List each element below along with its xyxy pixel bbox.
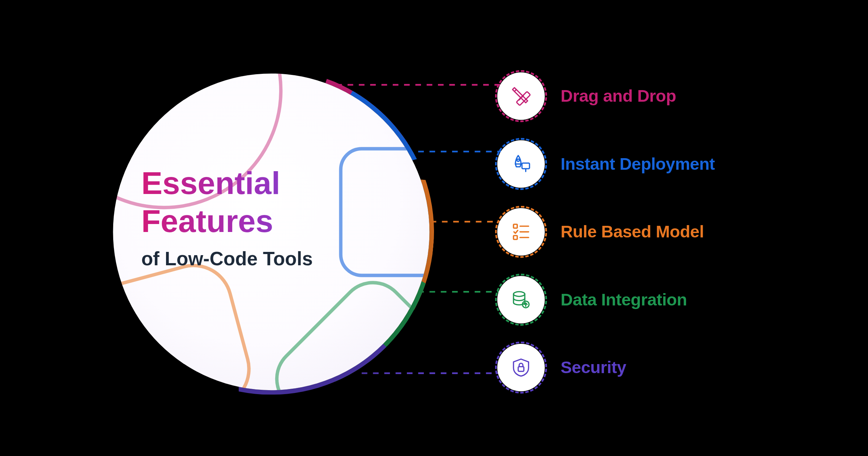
main-title-line1: Essential xyxy=(141,164,407,202)
feature-label: Data Integration xyxy=(561,290,687,309)
svg-point-3 xyxy=(517,159,520,161)
checklist-icon xyxy=(497,208,545,256)
svg-line-1 xyxy=(519,98,520,100)
svg-line-2 xyxy=(522,96,523,97)
feature-label: Security xyxy=(561,358,626,377)
feature-security: Security xyxy=(497,334,837,402)
feature-label: Instant Deployment xyxy=(561,155,715,174)
svg-rect-7 xyxy=(514,236,517,239)
svg-rect-6 xyxy=(514,224,517,228)
rocket-icon xyxy=(497,140,545,188)
svg-rect-0 xyxy=(516,92,531,106)
feature-instant-deployment: Instant Deployment xyxy=(497,130,837,198)
feature-list: Drag and Drop Instant Deployment xyxy=(497,62,837,402)
svg-rect-4 xyxy=(522,163,529,169)
feature-label: Rule Based Model xyxy=(561,222,704,241)
svg-rect-13 xyxy=(518,367,524,371)
ruler-pencil-icon xyxy=(497,72,545,120)
feature-label: Drag and Drop xyxy=(561,86,676,106)
feature-data-integration: Data Integration xyxy=(497,266,837,334)
main-title-block: Essential Features of Low-Code Tools xyxy=(141,164,407,270)
deco-orange-arc xyxy=(113,255,260,390)
feature-drag-and-drop: Drag and Drop xyxy=(497,62,837,130)
deco-green-diamond xyxy=(261,267,430,390)
main-title-line2: Features xyxy=(141,202,407,240)
shield-lock-icon xyxy=(497,344,545,391)
svg-point-12 xyxy=(523,301,529,308)
feature-rule-based-model: Rule Based Model xyxy=(497,198,837,266)
svg-point-11 xyxy=(514,292,525,296)
main-subtitle: of Low-Code Tools xyxy=(141,248,407,270)
database-icon xyxy=(497,276,545,324)
